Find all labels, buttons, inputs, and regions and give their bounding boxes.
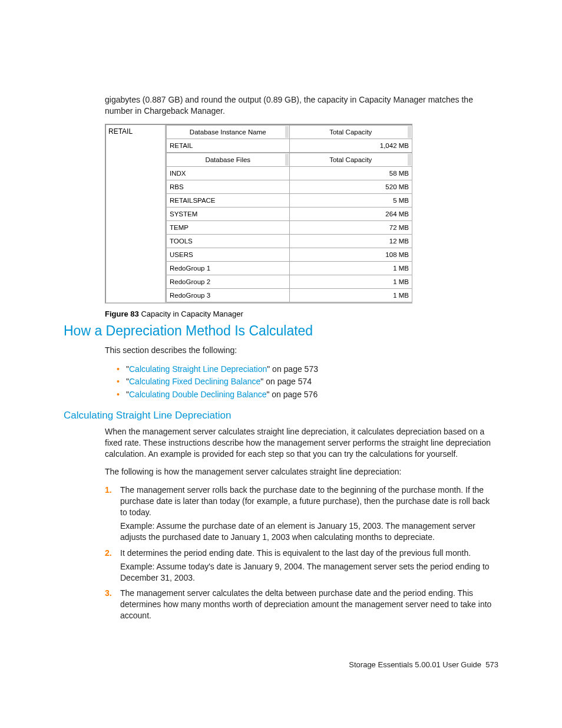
- list-item: "Calculating Straight Line Depreciation"…: [117, 363, 498, 376]
- step-item: The management server rolls back the pur…: [105, 485, 498, 542]
- db-files-table: Database Files Total Capacity INDX58 MB …: [166, 153, 412, 302]
- table-row: RedoGroup 11 MB: [167, 261, 412, 275]
- col-header: Database Files: [167, 153, 290, 166]
- page-footer: Storage Essentials 5.00.01 User Guide 57…: [349, 660, 498, 669]
- table-row: RedoGroup 31 MB: [167, 288, 412, 302]
- toc-bullets: "Calculating Straight Line Depreciation"…: [117, 363, 498, 401]
- xref-link[interactable]: Calculating Straight Line Depreciation: [129, 364, 267, 374]
- table-row: USERS108 MB: [167, 248, 412, 261]
- list-item: "Calculating Double Declining Balance" o…: [117, 388, 498, 401]
- paragraph: When the management server calculates st…: [105, 426, 498, 460]
- step-example: Example: Assume today's date is January …: [120, 561, 498, 584]
- table-row: RETAIL 1,042 MB: [167, 139, 412, 152]
- figure-83: RETAIL Database Instance Name Total Capa…: [105, 124, 498, 304]
- db-instance-table: Database Instance Name Total Capacity RE…: [166, 125, 412, 153]
- intro-paragraph: gigabytes (0.887 GB) and round the outpu…: [105, 94, 498, 117]
- col-header: Total Capacity: [289, 125, 412, 139]
- step-item: It determines the period ending date. Th…: [105, 548, 498, 584]
- step-example: Example: Assume the purchase date of an …: [120, 521, 498, 543]
- paragraph: The following is how the management serv…: [105, 466, 498, 477]
- table-row: TEMP72 MB: [167, 220, 412, 234]
- numbered-steps: The management server rolls back the pur…: [105, 485, 498, 621]
- table-row: TOOLS12 MB: [167, 234, 412, 248]
- table-row: INDX58 MB: [167, 166, 412, 180]
- figure-left-label: RETAIL: [106, 125, 166, 302]
- section-intro: This section describes the following:: [105, 345, 498, 356]
- table-row: RETAILSPACE5 MB: [167, 193, 412, 207]
- figure-caption: Figure 83 Capacity in Capacity Manager: [105, 309, 498, 318]
- step-item: The management server calculates the del…: [105, 588, 498, 621]
- table-row: SYSTEM264 MB: [167, 207, 412, 220]
- col-header: Total Capacity: [289, 153, 412, 166]
- table-row: RBS520 MB: [167, 180, 412, 193]
- section-heading: How a Depreciation Method Is Calculated: [64, 323, 498, 339]
- list-item: "Calculating Fixed Declining Balance" on…: [117, 375, 498, 388]
- col-header: Database Instance Name: [167, 125, 290, 139]
- subsection-heading: Calculating Straight Line Depreciation: [64, 410, 498, 421]
- xref-link[interactable]: Calculating Fixed Declining Balance: [129, 377, 260, 386]
- xref-link[interactable]: Calculating Double Declining Balance: [129, 390, 266, 399]
- table-row: RedoGroup 21 MB: [167, 275, 412, 288]
